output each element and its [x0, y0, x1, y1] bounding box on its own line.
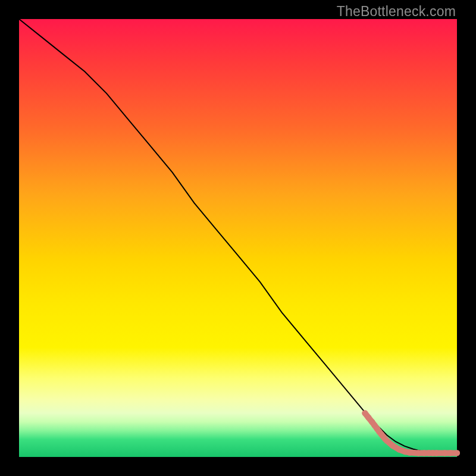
- marker-dot: [433, 450, 439, 456]
- marker-dot: [441, 450, 447, 456]
- watermark-text: TheBottleneck.com: [337, 4, 456, 20]
- marker-dot: [415, 450, 421, 456]
- main-curve: [19, 19, 457, 453]
- marker-dot: [454, 450, 460, 456]
- marker-group: [362, 410, 460, 456]
- chart-plot-area: [19, 19, 457, 457]
- marker-dot: [396, 447, 402, 453]
- marker-dot: [390, 443, 396, 449]
- marker-dot: [407, 450, 413, 456]
- marker-dot: [447, 450, 453, 456]
- marker-dot: [384, 438, 390, 444]
